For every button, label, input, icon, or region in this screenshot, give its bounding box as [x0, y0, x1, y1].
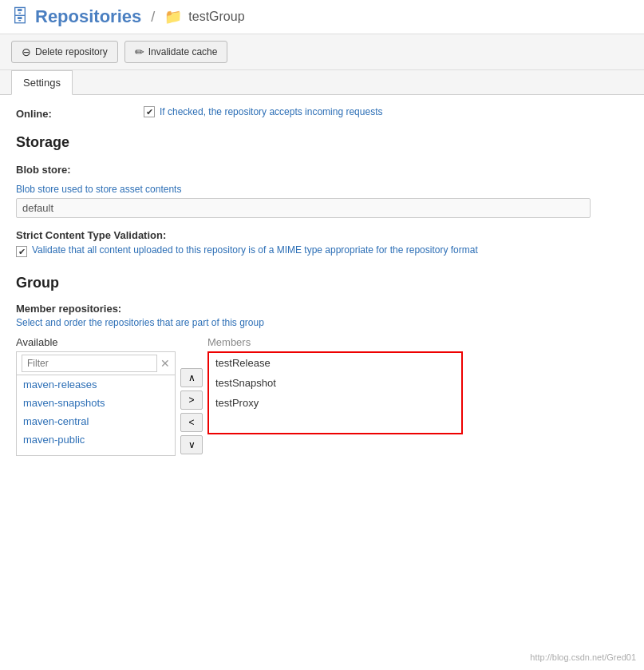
filter-input[interactable]	[22, 355, 157, 372]
list-item[interactable]: testRelease	[209, 353, 461, 373]
delete-icon: ⊖	[22, 46, 31, 58]
blob-store-input[interactable]	[16, 198, 591, 218]
invalidate-button-label: Invalidate cache	[148, 46, 218, 57]
blob-store-row: Blob store:	[16, 162, 628, 176]
filter-row: ✕	[17, 352, 175, 375]
online-row: Online: ✔ If checked, the repository acc…	[16, 106, 628, 120]
tabs-bar: Settings	[0, 70, 644, 95]
delete-button-label: Delete repository	[35, 46, 108, 57]
members-items: testRelease testSnapshot testProxy	[209, 353, 461, 433]
blob-store-hint: Blob store used to store asset contents	[16, 184, 628, 195]
member-repositories-label: Member repositories:	[16, 303, 628, 315]
available-label: Available	[16, 336, 176, 348]
list-item[interactable]: maven-releases	[17, 375, 175, 394]
invalidate-cache-button[interactable]: ✏ Invalidate cache	[124, 41, 228, 63]
database-icon: 🗄	[11, 6, 29, 27]
page-title: Repositories	[35, 6, 141, 27]
list-item[interactable]: maven-snapshots	[17, 394, 175, 412]
available-items: maven-releases maven-snapshots maven-cen…	[17, 375, 175, 455]
toolbar: ⊖ Delete repository ✏ Invalidate cache	[0, 34, 644, 70]
strict-label: Strict Content Type Validation:	[16, 228, 628, 241]
move-up-button[interactable]: ∧	[180, 368, 203, 387]
online-value: ✔ If checked, the repository accepts inc…	[144, 106, 628, 117]
list-item[interactable]: testSnapshot	[209, 373, 461, 393]
group-section: Member repositories: Select and order th…	[16, 303, 628, 456]
available-section: Available ✕ maven-releases maven-snapsho…	[16, 336, 176, 456]
page-header: 🗄 Repositories / 📁 testGroup	[0, 0, 644, 34]
strict-content-section: Strict Content Type Validation: ✔ Valida…	[16, 228, 628, 257]
online-label: Online:	[16, 106, 144, 120]
settings-content: Online: ✔ If checked, the repository acc…	[0, 95, 644, 467]
blob-store-section: Blob store: Blob store used to store ass…	[16, 162, 628, 228]
list-item[interactable]: testProxy	[209, 393, 461, 413]
tab-settings[interactable]: Settings	[11, 70, 73, 95]
members-section: Members testRelease testSnapshot testPro…	[207, 336, 463, 434]
list-item[interactable]: maven-central	[17, 412, 175, 430]
group-title: Group	[16, 275, 628, 295]
storage-title: Storage	[16, 134, 628, 154]
move-down-button[interactable]: ∨	[180, 435, 203, 454]
member-hint: Select and order the repositories that a…	[16, 317, 628, 328]
strict-checkbox[interactable]: ✔	[16, 246, 27, 257]
list-item[interactable]: maven-public	[17, 430, 175, 449]
members-label: Members	[207, 336, 463, 348]
folder-icon: 📁	[164, 8, 182, 26]
move-right-button[interactable]: >	[180, 391, 203, 410]
online-hint: If checked, the repository accepts incom…	[160, 106, 382, 117]
strict-row: ✔ Validate that all content uploaded to …	[16, 244, 628, 257]
breadcrumb-separator: /	[151, 9, 155, 26]
online-checkbox[interactable]: ✔	[144, 106, 155, 117]
filter-clear-icon[interactable]: ✕	[160, 357, 170, 370]
move-left-button[interactable]: <	[180, 413, 203, 432]
dual-list: Available ✕ maven-releases maven-snapsho…	[16, 336, 628, 456]
delete-repository-button[interactable]: ⊖ Delete repository	[11, 41, 118, 63]
group-name: testGroup	[188, 10, 244, 24]
strict-hint: Validate that all content uploaded to th…	[32, 244, 478, 256]
pencil-icon: ✏	[135, 46, 144, 58]
blob-store-label: Blob store:	[16, 162, 144, 176]
transfer-buttons: ∧ > < ∨	[176, 368, 207, 454]
members-list-box: testRelease testSnapshot testProxy	[207, 351, 463, 434]
available-list-box: ✕ maven-releases maven-snapshots maven-c…	[16, 351, 176, 456]
